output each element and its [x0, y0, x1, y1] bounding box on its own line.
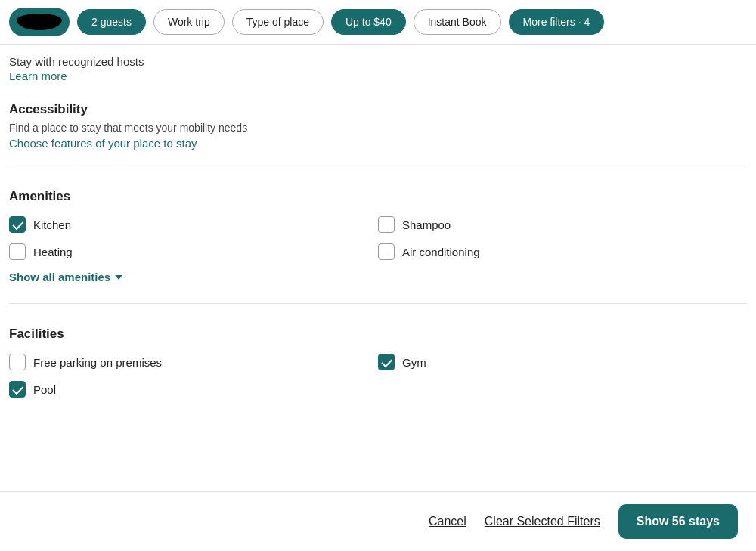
- facility-gym-label: Gym: [402, 356, 426, 369]
- facility-free-parking-label: Free parking on premises: [33, 356, 162, 369]
- show-all-amenities-label: Show all amenities: [9, 271, 110, 283]
- facility-free-parking-item: Free parking on premises: [9, 354, 378, 370]
- section-divider-1: [9, 166, 747, 166]
- amenity-heating-checkbox[interactable]: [9, 243, 26, 260]
- clear-filters-button[interactable]: Clear Selected Filters: [485, 515, 600, 528]
- accessibility-subtitle: Find a place to stay that meets your mob…: [9, 122, 747, 134]
- amenities-section: Amenities Kitchen Shampoo Heating Air co…: [9, 174, 747, 296]
- amenity-kitchen-label: Kitchen: [33, 218, 71, 231]
- show-all-amenities-button[interactable]: Show all amenities: [9, 260, 122, 288]
- cancel-button[interactable]: Cancel: [429, 515, 466, 528]
- amenity-heating-item: Heating: [9, 243, 378, 260]
- learn-more-link[interactable]: Learn more: [9, 70, 747, 82]
- facility-pool-item: Pool: [9, 381, 378, 398]
- facility-gym-item: Gym: [378, 354, 747, 370]
- amenity-air-conditioning-checkbox[interactable]: [378, 243, 395, 260]
- filter-guests-button[interactable]: 2 guests: [77, 9, 146, 35]
- facility-gym-checkbox[interactable]: [378, 354, 395, 370]
- facility-pool-checkbox[interactable]: [9, 381, 26, 398]
- top-bar: 2 guests Work trip Type of place Up to $…: [0, 0, 756, 45]
- filter-instant-book-button[interactable]: Instant Book: [414, 9, 501, 35]
- amenity-air-conditioning-label: Air conditioning: [402, 246, 480, 258]
- amenity-shampoo-item: Shampoo: [378, 216, 747, 233]
- amenity-heating-label: Heating: [33, 246, 73, 258]
- section-divider-2: [9, 303, 747, 304]
- chevron-down-icon: [115, 275, 122, 280]
- logo-button[interactable]: [9, 8, 70, 36]
- amenity-kitchen-checkbox[interactable]: [9, 216, 26, 233]
- facilities-title: Facilities: [9, 327, 747, 342]
- facility-free-parking-checkbox[interactable]: [9, 354, 26, 370]
- choose-features-link[interactable]: Choose features of your place to stay: [9, 137, 197, 150]
- facilities-section: Facilities Free parking on premises Gym …: [9, 311, 747, 405]
- accessibility-section: Accessibility Find a place to stay that …: [9, 88, 747, 158]
- main-content: Stay with recognized hosts Learn more Ac…: [0, 45, 756, 466]
- filter-price-button[interactable]: Up to $40: [331, 9, 406, 35]
- filter-work-trip-button[interactable]: Work trip: [153, 9, 225, 35]
- amenity-shampoo-label: Shampoo: [402, 218, 451, 231]
- show-stays-button[interactable]: Show 56 stays: [618, 504, 738, 539]
- amenity-air-conditioning-item: Air conditioning: [378, 243, 747, 260]
- amenity-kitchen-item: Kitchen: [9, 216, 378, 233]
- facilities-grid: Free parking on premises Gym Pool: [9, 354, 747, 398]
- amenities-grid: Kitchen Shampoo Heating Air conditioning: [9, 216, 747, 260]
- recognized-hosts-section: Stay with recognized hosts Learn more: [9, 45, 747, 88]
- accessibility-title: Accessibility: [9, 102, 747, 117]
- recognized-hosts-text: Stay with recognized hosts: [9, 55, 747, 68]
- filter-more-filters-button[interactable]: More filters · 4: [509, 9, 605, 35]
- filter-type-of-place-button[interactable]: Type of place: [232, 9, 324, 35]
- bottom-bar: Cancel Clear Selected Filters Show 56 st…: [0, 491, 756, 551]
- logo-icon: [17, 14, 62, 30]
- amenity-shampoo-checkbox[interactable]: [378, 216, 395, 233]
- amenities-title: Amenities: [9, 189, 747, 204]
- facility-pool-label: Pool: [33, 383, 56, 396]
